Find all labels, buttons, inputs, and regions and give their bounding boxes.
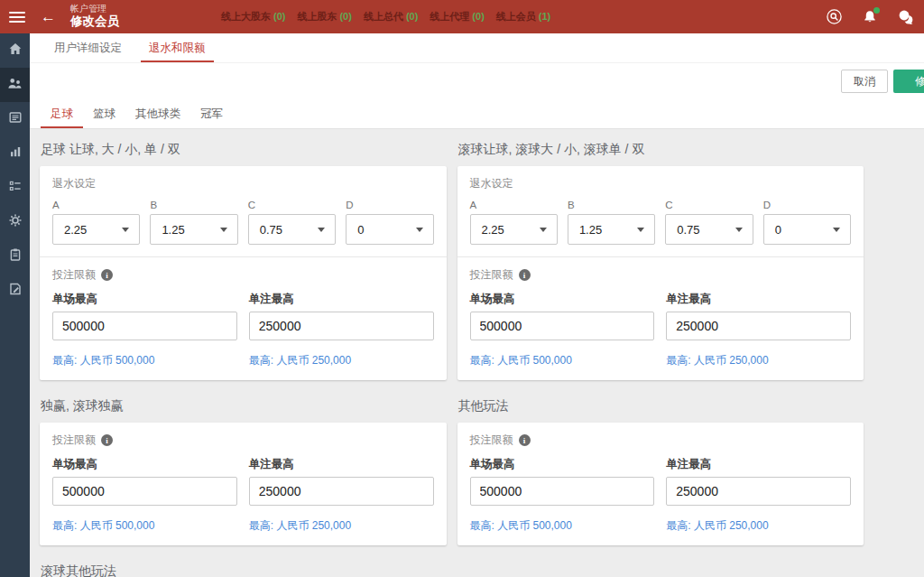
limit-input[interactable] — [470, 312, 655, 340]
limit-field: 单注最高 最高: 人民币 250,000 — [249, 292, 434, 368]
sidebar-item-clipboard[interactable] — [0, 239, 30, 274]
chevron-down-icon — [122, 228, 129, 232]
limit-helper: 最高: 人民币 250,000 — [249, 518, 434, 534]
limit-field: 单场最高 最高: 人民币 500,000 — [470, 292, 655, 368]
rebate-select[interactable]: 1.25 — [150, 214, 237, 245]
online-stat[interactable]: 线上代理(0) — [430, 10, 484, 23]
limit-input[interactable] — [666, 312, 851, 340]
bell-icon[interactable] — [861, 8, 879, 26]
tab-active[interactable]: 退水和限额 — [135, 33, 219, 62]
title-block: 帐户管理 修改会员 — [70, 4, 119, 29]
info-icon[interactable]: i — [101, 434, 113, 446]
breadcrumb: 帐户管理 — [70, 4, 119, 14]
rebate-select[interactable]: 2.25 — [52, 214, 140, 245]
limit-field: 单场最高 最高: 人民币 500,000 — [52, 457, 237, 534]
rebate-option-label: B — [150, 200, 237, 210]
stat-label: 线上会员 — [496, 11, 536, 22]
rebate-option-label: D — [346, 200, 433, 210]
select-value: 0 — [346, 223, 364, 237]
search-icon[interactable] — [825, 8, 843, 26]
rebate-option: B 1.25 — [568, 200, 655, 245]
users-icon — [7, 76, 23, 95]
chat-icon[interactable] — [897, 8, 915, 26]
ballot-icon — [8, 179, 23, 197]
back-arrow-icon[interactable]: ← — [41, 9, 56, 24]
sport-tab[interactable]: 篮球 — [83, 99, 125, 128]
stat-label: 线上股东 — [297, 11, 337, 22]
sections-grid: 足球 让球, 大 / 小, 单 / 双 退水设定 A 2.25 B — [40, 140, 864, 577]
sport-tabs: 足球篮球其他球类冠军 — [30, 99, 924, 129]
stat-count: (0) — [273, 11, 285, 22]
limit-input[interactable] — [249, 312, 434, 340]
sidebar-item-bar-chart[interactable] — [0, 136, 30, 171]
limit-input[interactable] — [52, 477, 237, 506]
rebate-select[interactable]: 0 — [763, 214, 851, 245]
rebate-select[interactable]: 2.25 — [470, 214, 558, 245]
limit-helper: 最高: 人民币 500,000 — [470, 353, 655, 368]
select-value: 0.75 — [249, 223, 282, 237]
rebate-select[interactable]: 0.75 — [248, 214, 336, 245]
limits-label: 投注限额 — [470, 267, 513, 283]
limit-input[interactable] — [52, 312, 237, 340]
rebate-select[interactable]: 0 — [346, 214, 433, 245]
stat-count: (0) — [339, 11, 351, 22]
limits-head: 投注限额 i — [470, 433, 852, 448]
limit-helper: 最高: 人民币 250,000 — [666, 353, 851, 368]
cancel-button[interactable]: 取消 — [841, 70, 888, 93]
modify-button[interactable]: 修改 — [893, 70, 924, 93]
rebate-option: B 1.25 — [150, 200, 237, 245]
limit-field-label: 单场最高 — [470, 457, 655, 472]
limit-field: 单注最高 最高: 人民币 250,000 — [666, 292, 851, 368]
rebate-option-label: C — [248, 200, 336, 210]
settings-section: 其他玩法 投注限额 i 单场最高 最高: 人民币 500,000 单注最高 — [457, 396, 864, 545]
limit-field: 单场最高 最高: 人民币 500,000 — [470, 457, 655, 534]
limits-head: 投注限额 i — [52, 433, 434, 448]
rebate-select[interactable]: 1.25 — [568, 214, 655, 245]
bar-chart-icon — [8, 144, 23, 163]
limit-input[interactable] — [666, 477, 851, 506]
online-stat[interactable]: 线上股东(0) — [297, 10, 351, 23]
sidebar-item-ballot[interactable] — [0, 171, 30, 205]
limits-block: 投注限额 i 单场最高 最高: 人民币 500,000 单注最高 最高: 人民币… — [40, 257, 447, 380]
sidebar-item-gear[interactable] — [0, 205, 30, 239]
sport-tab[interactable]: 其他球类 — [125, 99, 190, 128]
news-icon — [8, 110, 23, 128]
section-title: 独赢, 滚球独赢 — [41, 398, 447, 414]
sport-tab[interactable]: 足球 — [41, 99, 83, 128]
section-card: 投注限额 i 单场最高 最高: 人民币 500,000 单注最高 最高: 人民币… — [457, 423, 864, 545]
limit-input[interactable] — [249, 477, 434, 506]
stat-count: (0) — [406, 11, 418, 22]
clipboard-icon — [8, 247, 23, 265]
menu-icon[interactable] — [9, 12, 25, 23]
stat-label: 线上大股东 — [221, 11, 271, 22]
rebate-select[interactable]: 0.75 — [665, 214, 753, 245]
section-title: 滚球让球, 滚球大 / 小, 滚球单 / 双 — [458, 142, 864, 158]
tab-inactive[interactable]: 用户详细设定 — [41, 33, 135, 62]
sidebar-item-note[interactable] — [0, 274, 30, 308]
limit-input[interactable] — [470, 477, 655, 506]
limit-field-label: 单场最高 — [470, 292, 655, 307]
limit-field-label: 单场最高 — [52, 457, 237, 472]
rebate-block: 退水设定 A 2.25 B 1.25 — [40, 166, 447, 257]
sidebar-item-users[interactable] — [0, 68, 30, 102]
app-screen: ← 帐户管理 修改会员 线上大股东(0)线上股东(0)线上总代(0)线上代理(0… — [0, 0, 924, 577]
select-value: 2.25 — [53, 223, 87, 237]
chevron-down-icon — [220, 228, 227, 232]
info-icon[interactable]: i — [519, 269, 531, 281]
rebate-option: A 2.25 — [470, 200, 558, 245]
info-icon[interactable]: i — [101, 269, 113, 281]
online-stat[interactable]: 线上会员(1) — [496, 10, 550, 23]
limit-fields: 单场最高 最高: 人民币 500,000 单注最高 最高: 人民币 250,00… — [470, 457, 852, 534]
online-stat[interactable]: 线上大股东(0) — [221, 10, 285, 23]
info-icon[interactable]: i — [519, 434, 531, 446]
limit-helper: 最高: 人民币 250,000 — [666, 518, 851, 534]
sidebar-item-news[interactable] — [0, 102, 30, 136]
topbar: ← 帐户管理 修改会员 线上大股东(0)线上股东(0)线上总代(0)线上代理(0… — [0, 0, 924, 33]
sport-tab[interactable]: 冠军 — [190, 99, 233, 128]
rebate-option-label: A — [52, 200, 140, 210]
sidebar-item-home[interactable] — [0, 33, 30, 68]
section-title: 足球 让球, 大 / 小, 单 / 双 — [41, 142, 447, 158]
limit-field-label: 单注最高 — [666, 292, 851, 307]
gear-icon — [8, 213, 23, 231]
online-stat[interactable]: 线上总代(0) — [364, 10, 418, 23]
